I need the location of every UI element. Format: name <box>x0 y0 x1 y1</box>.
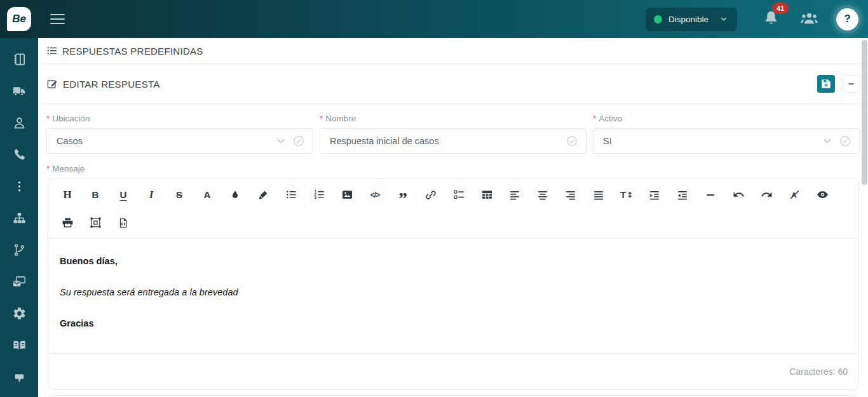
sidebar-item-clients[interactable] <box>12 116 27 130</box>
redo-button[interactable] <box>752 185 780 205</box>
status-label: Disponible <box>668 15 709 24</box>
user-icon <box>12 116 27 130</box>
frame-select-button[interactable] <box>81 213 109 232</box>
sidebar-item-more[interactable] <box>12 179 27 194</box>
outdent-icon <box>677 189 688 201</box>
align-center-icon <box>537 189 548 201</box>
highlight-button[interactable] <box>249 185 277 205</box>
ubicacion-value: Casos <box>57 136 275 146</box>
horizontal-rule-button[interactable] <box>696 185 724 205</box>
italic-glyph: I <box>149 189 154 201</box>
clear-format-button[interactable]: A <box>780 185 808 205</box>
contacts-notebook-icon <box>12 52 27 67</box>
align-left-button[interactable] <box>501 185 529 205</box>
page-scrollbar[interactable] <box>862 40 867 185</box>
hamburger-menu-icon[interactable] <box>50 14 65 24</box>
eye-icon <box>817 189 829 201</box>
field-nombre: *Nombre Respuesta inicial de casos <box>320 114 587 154</box>
sidebar-item-channels[interactable] <box>12 274 27 289</box>
bullet-list-icon <box>285 189 297 201</box>
font-color-glyph: A <box>204 189 211 200</box>
main-content: RESPUESTAS PREDEFINIDAS EDITAR RESPUESTA… <box>38 38 868 397</box>
task-list-icon <box>453 189 465 201</box>
code-glyph: </> <box>370 191 379 199</box>
nombre-input[interactable]: Respuesta inicial de casos <box>320 128 587 154</box>
edit-icon <box>46 78 58 90</box>
align-justify-icon <box>593 189 604 201</box>
sidebar-item-workflows[interactable] <box>12 243 27 257</box>
minus-icon <box>846 79 857 89</box>
ink-color-button[interactable] <box>221 185 249 205</box>
indent-icon <box>649 189 660 201</box>
plug-icon <box>12 370 27 384</box>
insert-table-button[interactable] <box>473 185 501 205</box>
required-mark: * <box>46 164 50 173</box>
sidebar-item-contacts[interactable] <box>12 52 27 67</box>
status-dot-icon <box>654 15 662 24</box>
sidebar-item-settings[interactable] <box>12 306 27 321</box>
font-color-button[interactable]: A <box>193 185 221 205</box>
sidebar-item-integrations[interactable] <box>12 370 27 384</box>
status-dropdown[interactable]: Disponible <box>646 8 737 31</box>
sitemap-icon <box>12 211 27 225</box>
blockquote-button[interactable]: ” <box>389 185 417 205</box>
list-icon <box>46 45 58 57</box>
branch-icon <box>12 243 27 257</box>
required-mark: * <box>320 114 323 123</box>
clear-format-icon: A <box>789 189 801 201</box>
link-icon <box>425 189 437 201</box>
app-logo[interactable]: Be <box>7 7 31 31</box>
align-right-button[interactable] <box>557 185 585 205</box>
top-navbar: Be Disponible 41 ? <box>0 0 868 38</box>
sidebar-item-phone[interactable] <box>12 147 27 162</box>
task-list-button[interactable] <box>445 185 473 205</box>
truck-icon <box>12 84 27 98</box>
agents-button[interactable] <box>800 9 818 30</box>
mensaje-label: Mensaje <box>52 164 85 173</box>
insert-image-button[interactable] <box>333 185 361 205</box>
notifications-button[interactable]: 41 <box>763 10 780 29</box>
page-title: RESPUESTAS PREDEFINIDAS <box>62 46 203 57</box>
align-justify-button[interactable] <box>585 185 613 205</box>
open-book-icon <box>12 338 27 353</box>
help-button[interactable]: ? <box>836 8 858 30</box>
collapse-button[interactable] <box>843 75 860 93</box>
bullet-list-button[interactable] <box>277 185 305 205</box>
svg-text:3: 3 <box>314 196 316 199</box>
indent-button[interactable] <box>641 185 668 205</box>
header-button[interactable]: H <box>53 185 81 205</box>
bold-button[interactable]: B <box>81 185 109 205</box>
settings-gear-icon <box>12 306 27 321</box>
field-activo: *Activo SI <box>593 114 860 154</box>
code-view-button[interactable]: </> <box>361 185 389 205</box>
nombre-value: Respuesta inicial de casos <box>330 136 566 146</box>
italic-button[interactable]: I <box>137 185 165 205</box>
numbered-list-button[interactable]: 123 <box>305 185 333 205</box>
ubicacion-select[interactable]: Casos <box>46 128 313 154</box>
insert-link-button[interactable] <box>417 185 445 205</box>
form-row: *Ubicación Casos *Nombre Respuesta inici… <box>46 114 860 154</box>
chevron-down-icon[interactable] <box>275 135 287 147</box>
code-file-button[interactable] <box>109 213 137 232</box>
print-icon <box>62 217 74 229</box>
outdent-button[interactable] <box>668 185 696 205</box>
check-circle-icon <box>292 135 305 147</box>
align-right-icon <box>565 189 576 201</box>
header-glyph: H <box>63 189 71 201</box>
underline-button[interactable]: U <box>109 185 137 205</box>
activo-select[interactable]: SI <box>593 128 860 154</box>
save-button[interactable] <box>817 75 835 93</box>
preview-button[interactable] <box>808 185 836 205</box>
sidebar-item-fleet[interactable] <box>12 84 27 98</box>
font-size-button[interactable]: T↕ <box>613 185 641 205</box>
align-center-button[interactable] <box>529 185 557 205</box>
image-icon <box>341 189 353 201</box>
left-sidebar <box>0 38 38 397</box>
sidebar-item-organization[interactable] <box>12 211 27 225</box>
editor-content[interactable]: Buenos días, Su respuesta será entregada… <box>48 238 858 353</box>
sidebar-item-knowledge[interactable] <box>12 338 27 353</box>
print-button[interactable] <box>53 213 81 232</box>
strikethrough-button[interactable]: S <box>165 185 193 205</box>
undo-button[interactable] <box>724 185 752 205</box>
chevron-down-icon[interactable] <box>821 135 834 147</box>
